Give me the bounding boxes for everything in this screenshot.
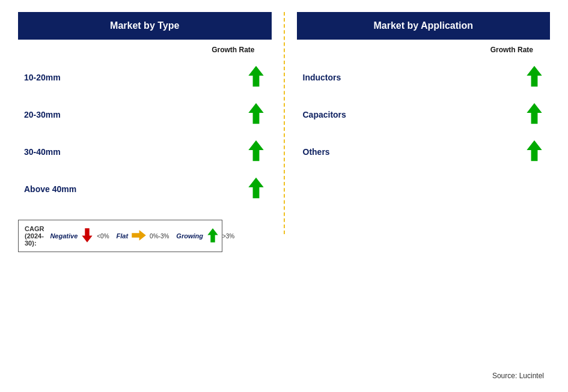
arrow-up-4	[246, 176, 272, 202]
arrow-up-app-3	[525, 139, 550, 164]
svg-marker-2	[248, 140, 263, 161]
arrow-up-1	[246, 65, 272, 90]
app-label-3: Others	[303, 147, 330, 157]
left-panel-header: Market by Type	[18, 12, 272, 40]
flat-subtext: 0%-3%	[150, 233, 169, 240]
right-panel-content: Market by Application Growth Rate Induct…	[297, 12, 551, 380]
svg-marker-1	[248, 103, 263, 124]
right-growth-rate-label: Growth Rate	[297, 46, 551, 54]
svg-marker-3	[248, 178, 263, 198]
left-growth-rate-label: Growth Rate	[18, 46, 272, 54]
arrow-up-2	[246, 102, 272, 127]
left-panel: Market by Type Growth Rate 10-20mm 20-30…	[18, 12, 272, 380]
legend-box: CAGR (2024-30): Negative <0% Flat 0%-3%	[18, 220, 222, 252]
legend-negative: Negative <0%	[50, 228, 109, 244]
arrow-up-3	[246, 139, 272, 164]
type-label-3: 30-40mm	[24, 147, 61, 157]
growing-text: Growing	[176, 232, 203, 240]
flat-text: Flat	[117, 232, 129, 240]
legend-flat: Flat 0%-3%	[117, 229, 169, 243]
right-panel-title: Market by Application	[373, 20, 473, 31]
list-item: 30-40mm	[18, 133, 272, 170]
type-label-1: 10-20mm	[24, 73, 61, 82]
panel-divider	[284, 12, 285, 234]
negative-subtext: <0%	[97, 233, 109, 240]
left-panel-title: Market by Type	[110, 20, 179, 31]
list-item: 20-30mm	[18, 96, 272, 133]
arrow-up-app-1	[525, 65, 550, 90]
app-label-2: Capacitors	[303, 110, 346, 119]
svg-marker-9	[527, 140, 542, 161]
cagr-label: CAGR (2024-30):	[25, 225, 44, 247]
negative-text: Negative	[50, 232, 78, 240]
arrow-up-app-2	[525, 102, 550, 127]
svg-marker-8	[527, 103, 542, 124]
growing-subtext: >3%	[222, 233, 234, 240]
svg-marker-0	[248, 66, 263, 86]
app-label-1: Inductors	[303, 73, 341, 82]
list-item: Inductors	[297, 59, 551, 96]
svg-marker-6	[207, 228, 218, 243]
list-item: Capacitors	[297, 96, 551, 133]
svg-marker-4	[82, 228, 93, 243]
source-text: Source: Lucintel	[297, 360, 551, 380]
list-item: Above 40mm	[18, 170, 272, 208]
svg-marker-7	[527, 66, 542, 86]
svg-marker-5	[132, 230, 146, 240]
right-panel: Market by Application Growth Rate Induct…	[297, 12, 551, 380]
list-item: 10-20mm	[18, 59, 272, 96]
right-panel-header: Market by Application	[297, 12, 551, 40]
legend-growing: Growing >3%	[176, 228, 234, 244]
list-item: Others	[297, 133, 551, 170]
type-label-2: 20-30mm	[24, 110, 61, 119]
type-label-4: Above 40mm	[24, 184, 76, 194]
